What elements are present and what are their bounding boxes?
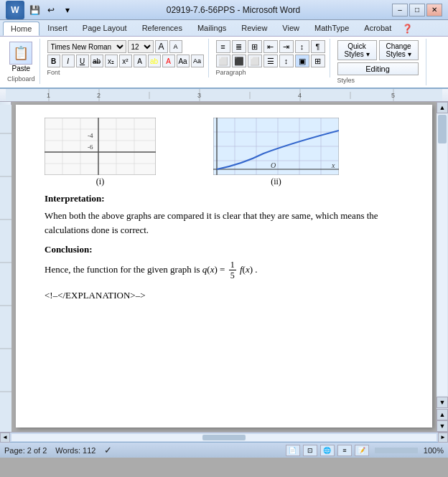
styles-buttons-row: QuickStyles ▾ ChangeStyles ▾ (337, 40, 419, 60)
zoom-slider[interactable] (375, 448, 418, 453)
font-color-button[interactable]: A (162, 55, 175, 67)
font-group: Times New Roman 12 A A B I U ab x₂ x² A (43, 39, 209, 77)
underline-button[interactable]: U (76, 55, 89, 67)
increase-indent-button[interactable]: ⇥ (279, 40, 294, 53)
align-left-button[interactable]: ⬜ (216, 55, 230, 67)
ruler-svg: 1 2 3 4 5 (6, 89, 442, 102)
office-button[interactable]: W (6, 1, 24, 19)
multilevel-button[interactable]: ⊞ (248, 40, 262, 53)
graphs-row: -4 -6 (i) (45, 118, 403, 187)
font-grow-button[interactable]: A (155, 40, 168, 53)
vertical-scrollbar: ▲ ▼ ▲ ▼ (437, 102, 448, 432)
font-controls: Times New Roman 12 A A B I U ab x₂ x² A (47, 40, 204, 67)
clear-format-button[interactable]: Aa (177, 55, 190, 67)
justify-button[interactable]: ☰ (263, 55, 278, 67)
styles-label: Styles (337, 77, 355, 84)
case-button[interactable]: Aa (191, 55, 204, 67)
font-size-select[interactable]: 12 (128, 40, 154, 53)
decrease-indent-button[interactable]: ⇤ (263, 40, 278, 53)
web-layout-button[interactable]: 🌐 (320, 445, 335, 456)
quick-styles-button[interactable]: QuickStyles ▾ (337, 40, 377, 60)
paragraph-label: Paragraph (216, 69, 246, 76)
italic-button[interactable]: I (62, 55, 75, 67)
strikethrough-button[interactable]: ab (90, 55, 103, 67)
svg-text:O: O (271, 161, 276, 169)
borders-button[interactable]: ⊞ (311, 55, 325, 67)
numbering-button[interactable]: ≣ (232, 40, 246, 53)
superscript-button[interactable]: x² (119, 55, 132, 67)
spell-check-icon[interactable]: ✓ (104, 445, 112, 455)
bold-button[interactable]: B (47, 55, 60, 67)
print-layout-button[interactable]: 📄 (286, 445, 300, 456)
svg-text:4: 4 (298, 92, 302, 99)
tab-review[interactable]: Review (234, 22, 274, 36)
h-scroll-track[interactable] (11, 434, 437, 441)
vertical-ruler (0, 102, 11, 432)
dropdown-button[interactable]: ▾ (60, 4, 75, 16)
svg-rect-14 (0, 105, 11, 432)
conclusion-heading: Conclusion: (45, 244, 403, 255)
status-left: Page: 2 of 2 Words: 112 ✓ (4, 445, 112, 455)
align-right-button[interactable]: ⬜ (248, 55, 262, 67)
editing-button[interactable]: Editing (337, 62, 419, 75)
subscript-button[interactable]: x₂ (105, 55, 118, 67)
full-screen-button[interactable]: ⊡ (303, 445, 317, 456)
tab-page-layout[interactable]: Page Layout (75, 22, 134, 36)
save-button[interactable]: 💾 (27, 4, 42, 16)
paste-icon: 📋 (9, 42, 32, 65)
scroll-left-button[interactable]: ◄ (0, 433, 10, 443)
highlight-button[interactable]: ab (148, 55, 161, 67)
tab-mathtype[interactable]: MathType (307, 22, 356, 36)
draft-view-button[interactable]: 📝 (355, 445, 369, 456)
resize-up-button[interactable]: ▲ (437, 409, 448, 420)
line-spacing-button[interactable]: ↕ (279, 55, 294, 67)
show-marks-button[interactable]: ¶ (311, 40, 325, 53)
font-name-row: Times New Roman 12 A A (47, 40, 204, 53)
outline-view-button[interactable]: ≡ (337, 445, 352, 456)
shading-button[interactable]: ▣ (295, 55, 309, 67)
horizontal-ruler: 1 2 3 4 5 (0, 89, 448, 102)
formula-fx: f(x) (240, 264, 253, 275)
frac-numerator: 1 (229, 260, 236, 270)
align-row: ⬜ ⬛ ⬜ ☰ ↕ ▣ ⊞ (216, 55, 325, 67)
font-shrink-button[interactable]: A (169, 40, 182, 53)
align-center-button[interactable]: ⬛ (232, 55, 246, 67)
conclusion-text-before: Hence, the function for the given graph … (45, 264, 202, 275)
font-name-select[interactable]: Times New Roman (47, 40, 126, 53)
document-scroll-area[interactable]: -4 -6 (i) (11, 102, 437, 432)
scroll-right-button[interactable]: ► (438, 433, 448, 443)
svg-rect-0 (6, 89, 442, 102)
ribbon-content: 📋 Paste Clipboard Times New Roman 12 A A (0, 36, 448, 88)
ribbon-help-icon[interactable]: ❓ (402, 22, 413, 36)
scrollbar-thumb[interactable] (438, 115, 447, 143)
resize-down-button[interactable]: ▼ (437, 420, 448, 432)
scroll-down-button[interactable]: ▼ (437, 397, 448, 408)
graph-ii-label: (ii) (213, 176, 339, 187)
undo-button[interactable]: ↩ (44, 4, 58, 16)
tab-insert[interactable]: Insert (40, 22, 75, 36)
minimize-button[interactable]: – (392, 4, 408, 16)
vertical-ruler-svg (0, 105, 11, 432)
graph-i-container: -4 -6 (i) (45, 118, 156, 187)
text-effects-button[interactable]: A (134, 55, 146, 67)
interpretation-section: Interpretation: When both the above grap… (45, 193, 403, 237)
tab-view[interactable]: View (275, 22, 307, 36)
clipboard-label: Clipboard (7, 75, 35, 82)
paste-button[interactable]: 📋 Paste (8, 40, 34, 74)
paste-label: Paste (11, 65, 30, 72)
tab-mailings[interactable]: Mailings (190, 22, 233, 36)
tab-acrobat[interactable]: Acrobat (357, 22, 398, 36)
font-format-row: B I U ab x₂ x² A ab A Aa Aa (47, 55, 204, 67)
bullets-button[interactable]: ≡ (216, 40, 230, 53)
svg-text:2: 2 (97, 92, 101, 99)
maximize-button[interactable]: □ (409, 4, 425, 16)
sort-button[interactable]: ↕ (295, 40, 309, 53)
word-count: Words: 112 (55, 446, 95, 455)
h-scroll-thumb[interactable] (202, 435, 246, 440)
change-styles-button[interactable]: ChangeStyles ▾ (379, 40, 419, 60)
scroll-up-button[interactable]: ▲ (437, 102, 448, 113)
tab-home[interactable]: Home (3, 22, 39, 36)
close-button[interactable]: ✕ (426, 4, 442, 16)
tab-references[interactable]: References (135, 22, 190, 36)
scrollbar-track[interactable] (437, 114, 447, 396)
